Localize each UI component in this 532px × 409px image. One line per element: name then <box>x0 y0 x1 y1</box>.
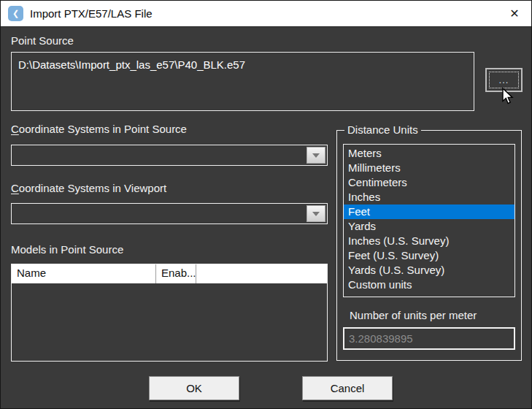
distance-units-group-label: Distance Units <box>344 123 421 136</box>
distance-unit-option[interactable]: Custom units <box>344 278 514 292</box>
distance-unit-option[interactable]: Centimeters <box>344 175 514 190</box>
distance-unit-option[interactable]: Feet <box>344 204 514 219</box>
distance-units-list[interactable]: MetersMillimetersCentimetersInchesFeetYa… <box>343 144 515 297</box>
units-per-meter-input: 3.280839895 <box>343 327 515 350</box>
column-header-name[interactable]: Name <box>12 264 156 283</box>
distance-unit-option[interactable]: Meters <box>344 146 514 161</box>
app-back-chevron-icon: ❮ <box>8 6 23 21</box>
coord-systems-source-combo[interactable] <box>11 145 328 166</box>
distance-units-group: Distance Units MetersMillimetersCentimet… <box>336 130 522 361</box>
coord-systems-source-label: Coordinate Systems in Point Source <box>11 123 187 135</box>
window-title: Import PTX/E57/LAS File <box>30 7 153 20</box>
coord-systems-viewport-combo[interactable] <box>11 203 328 224</box>
column-header-empty[interactable] <box>196 264 327 283</box>
ok-button[interactable]: OK <box>149 376 239 400</box>
distance-unit-option[interactable]: Feet (U.S. Survey) <box>344 248 514 263</box>
cancel-button[interactable]: Cancel <box>302 376 393 400</box>
close-icon[interactable]: ✕ <box>498 1 531 26</box>
distance-unit-option[interactable]: Millimeters <box>344 161 514 175</box>
browse-button[interactable]: ... <box>485 68 523 92</box>
point-source-path-field[interactable]: D:\Datasets\Import_ptx_las_e57\P40_BLK.e… <box>11 52 474 111</box>
chevron-down-icon[interactable] <box>307 205 325 222</box>
import-dialog: ❮ Import PTX/E57/LAS File ✕ Point Source… <box>0 0 532 409</box>
chevron-down-icon[interactable] <box>307 147 325 164</box>
units-per-meter-value: 3.280839895 <box>349 332 413 345</box>
units-per-meter-label: Number of units per meter <box>350 309 477 321</box>
focus-rectangle <box>489 72 519 88</box>
point-source-label: Point Source <box>11 34 74 47</box>
column-header-enabled[interactable]: Enab... <box>156 264 196 283</box>
distance-unit-option[interactable]: Inches <box>344 190 514 204</box>
mnemonic-letter: C <box>11 123 19 135</box>
distance-unit-option[interactable]: Yards <box>344 219 514 234</box>
models-label: Models in Point Source <box>11 243 123 256</box>
coord-systems-viewport-label: Coordinate Systems in Viewport <box>11 182 166 194</box>
distance-unit-option[interactable]: Inches (U.S. Survey) <box>344 234 514 248</box>
distance-unit-option[interactable]: Yards (U.S. Survey) <box>344 263 514 278</box>
models-table-header: Name Enab... <box>12 264 327 283</box>
models-table-body[interactable] <box>12 283 327 361</box>
titlebar[interactable]: ❮ Import PTX/E57/LAS File ✕ <box>1 1 531 27</box>
label-rest: oordinate Systems in Point Source <box>19 123 187 135</box>
label-rest: oordinate Systems in Viewport <box>19 182 166 194</box>
mnemonic-letter: C <box>11 182 19 194</box>
point-source-path-text: D:\Datasets\Import_ptx_las_e57\P40_BLK.e… <box>18 58 245 71</box>
models-table[interactable]: Name Enab... <box>11 264 328 362</box>
